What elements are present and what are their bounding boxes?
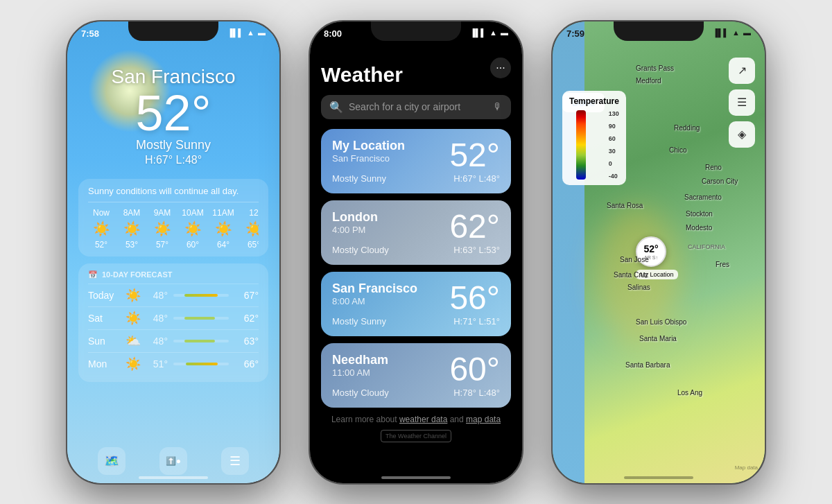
bottom-toolbar: 🗺️ ⬆️● ☰ <box>67 447 279 475</box>
hour-item: 12 ☀️ 65° <box>241 208 259 250</box>
legend-value: 30 <box>609 148 619 155</box>
summary-text: Sunny conditions will continue all day. <box>88 186 259 196</box>
forecast-row-sat: Sat ☀️ 48° 62° <box>88 306 259 329</box>
status-icons-1: ▐▌▌ ▲ ▬ <box>227 28 266 37</box>
legend-content: 130 90 60 30 0 -40 <box>569 110 619 180</box>
map-button[interactable]: 🗺️ <box>98 447 125 475</box>
temp-bar-container <box>173 363 229 365</box>
calendar-icon: 📅 <box>88 270 98 279</box>
summary-box: Sunny conditions will continue all day. … <box>78 179 268 257</box>
weather-data-link[interactable]: weather data <box>399 415 447 424</box>
battery-icon: ▬ <box>258 28 266 37</box>
map-city-label: Grants Pass <box>636 64 674 72</box>
card-condition: Mostly Cloudy <box>332 388 389 398</box>
status-time-3: 7:59 <box>566 28 584 39</box>
hour-item: 8AM ☀️ 53° <box>119 208 145 250</box>
map-city-label: Modesto <box>686 224 712 232</box>
notch1 <box>128 21 218 41</box>
search-bar[interactable]: 🔍 Search for a city or airport 🎙 <box>321 95 511 119</box>
temp-bar <box>184 317 215 320</box>
map-city-label: Stockton <box>686 210 713 218</box>
current-temp: 52° <box>78 88 268 138</box>
battery-icon: ▬ <box>743 28 751 37</box>
card-hilo: H:63° L:53° <box>453 245 500 255</box>
temp-bar-container <box>173 340 229 342</box>
phone3-background: 7:59 ▐▌▌ ▲ ▬ Done ↗ ☰ <box>553 21 765 483</box>
card-condition: Mostly Sunny <box>332 316 386 327</box>
phone3-ui: Done ↗ ☰ ◈ Temperatu <box>553 21 765 483</box>
notch2 <box>371 21 461 41</box>
phone1-screen: 7:58 ▐▌▌ ▲ ▬ San Francisco 52° Mostly Su… <box>67 21 279 483</box>
forecast-low: 48° <box>144 290 168 301</box>
forecast-day: Mon <box>88 358 123 370</box>
weather-channel-logo: The Weather Channel <box>321 430 511 442</box>
card-condition: Mostly Cloudy <box>332 245 389 255</box>
sun-icon: ☀️ <box>154 220 171 237</box>
card-bottom-row: Mostly Sunny H:71° L:51° <box>332 316 500 327</box>
card-time: 4:00 PM <box>332 225 378 235</box>
footer-text: Learn more about weather data and map da… <box>321 415 511 424</box>
pin-temperature: 52° <box>643 243 658 254</box>
card-bottom-row: Mostly Cloudy H:78° L:48° <box>332 388 500 398</box>
card-temperature: 56° <box>449 281 500 315</box>
card-top-row: San Francisco 8:00 AM 56° <box>332 281 500 315</box>
hour-item: 11AM ☀️ 64° <box>210 208 236 250</box>
map-city-label: Salinas <box>627 284 650 291</box>
forecast-high: 63° <box>234 336 259 347</box>
phone2-screen: 8:00 ▐▌▌ ▲ ▬ ··· Weather 🔍 Search for a … <box>310 21 522 483</box>
phone2-background: 8:00 ▐▌▌ ▲ ▬ ··· Weather 🔍 Search for a … <box>310 21 522 483</box>
map-city-label: Santa Barbara <box>625 361 670 369</box>
map-city-label: Santa Rosa <box>607 202 643 209</box>
legend-value: 0 <box>609 160 619 167</box>
forecast-row-sun: Sun ⛅ 48° 63° <box>88 329 259 352</box>
list-icon: ☰ <box>737 96 747 109</box>
card-location-info: London 4:00 PM <box>332 210 378 235</box>
card-location-info: My Location San Francisco <box>332 139 405 164</box>
home-indicator-1 <box>139 476 208 479</box>
map-city-label: Sacramento <box>684 193 722 201</box>
map-data-link[interactable]: map data <box>466 415 501 424</box>
forecast-icon: ☀️ <box>123 288 144 303</box>
phone1-frame: 7:58 ▐▌▌ ▲ ▬ San Francisco 52° Mostly Su… <box>66 20 281 485</box>
card-city-name: Needham <box>332 353 388 367</box>
city-card-my-location[interactable]: My Location San Francisco 52° Mostly Sun… <box>321 129 511 193</box>
location-button[interactable]: ⬆️● <box>159 447 187 475</box>
city-card-london[interactable]: London 4:00 PM 62° Mostly Cloudy H:63° L… <box>321 200 511 265</box>
map-attribution: Map data <box>735 464 758 471</box>
map-city-label: Reno <box>705 164 722 171</box>
city-name: San Francisco <box>78 66 268 88</box>
forecast-day: Today <box>88 290 123 301</box>
city-card-sf[interactable]: San Francisco 8:00 AM 56° Mostly Sunny H… <box>321 272 511 336</box>
hourly-forecast: Now ☀️ 52° 8AM ☀️ 53° 9AM ☀️ 57° <box>88 208 259 250</box>
forecast-icon: ☀️ <box>123 356 144 372</box>
city-card-needham[interactable]: Needham 11:00 AM 60° Mostly Cloudy H:78°… <box>321 343 511 408</box>
wifi-icon: ▲ <box>732 28 740 37</box>
location-arrow-button[interactable]: ↗ <box>729 58 755 84</box>
list-view-button[interactable]: ☰ <box>729 89 755 116</box>
home-indicator-3 <box>624 476 693 479</box>
card-time: 8:00 AM <box>332 296 417 306</box>
signal-icon: ▐▌▌ <box>227 28 243 37</box>
hour-item: Now ☀️ 52° <box>88 208 114 250</box>
arrow-icon: ↗ <box>738 64 747 77</box>
card-city-name: San Francisco <box>332 281 417 296</box>
right-buttons: ↗ ☰ ◈ <box>729 58 755 148</box>
legend-value: 130 <box>609 110 619 117</box>
card-condition: Mostly Sunny <box>332 173 386 184</box>
card-temperature: 62° <box>449 210 500 243</box>
forecast-icon: ⛅ <box>123 333 144 349</box>
wifi-icon: ▲ <box>247 28 254 37</box>
forecast-day: Sun <box>88 336 123 347</box>
layers-button[interactable]: ◈ <box>729 121 755 148</box>
list-button[interactable]: ☰ <box>221 447 249 475</box>
legend-value: 60 <box>609 135 619 142</box>
phone1-background: 7:58 ▐▌▌ ▲ ▬ San Francisco 52° Mostly Su… <box>67 21 279 483</box>
sun-icon: ☀️ <box>215 220 232 237</box>
microphone-icon[interactable]: 🎙 <box>493 101 503 112</box>
temp-bar-container <box>173 294 229 297</box>
card-top-row: London 4:00 PM 62° <box>332 210 500 243</box>
map-city-label: Santa Maria <box>639 335 677 342</box>
map-city-label: Carson City <box>702 177 738 185</box>
temp-bar <box>184 294 218 297</box>
status-icons-3: ▐▌▌ ▲ ▬ <box>713 28 751 37</box>
